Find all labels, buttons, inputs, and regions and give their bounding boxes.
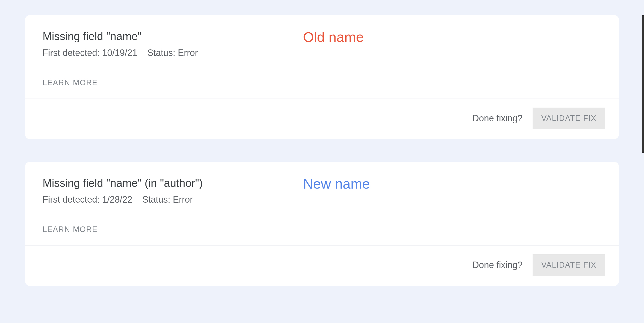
annotation-new-name: New name — [303, 176, 370, 192]
status-label: Status: — [147, 48, 175, 58]
card-footer: Done fixing? VALIDATE FIX — [25, 99, 619, 139]
status: Status: Error — [147, 48, 198, 58]
first-detected-value: 1/28/22 — [102, 194, 132, 205]
learn-more-link[interactable]: LEARN MORE — [43, 78, 98, 87]
error-meta: First detected: 10/19/21 Status: Error — [43, 48, 601, 58]
first-detected-label: First detected: — [43, 48, 100, 58]
card-footer: Done fixing? VALIDATE FIX — [25, 246, 619, 286]
first-detected-label: First detected: — [43, 194, 100, 205]
status-label: Status: — [142, 194, 170, 205]
scrollbar[interactable] — [642, 15, 644, 153]
card-header: Missing field "name" (in "author") First… — [25, 162, 619, 245]
card-header: Missing field "name" First detected: 10/… — [25, 15, 619, 99]
validate-fix-button[interactable]: VALIDATE FIX — [533, 108, 605, 129]
status: Status: Error — [142, 194, 193, 205]
learn-more-link[interactable]: LEARN MORE — [43, 225, 98, 234]
error-card: Missing field "name" (in "author") First… — [25, 162, 619, 286]
validate-fix-button[interactable]: VALIDATE FIX — [533, 254, 605, 276]
first-detected: First detected: 10/19/21 — [43, 48, 137, 58]
first-detected-value: 10/19/21 — [102, 48, 137, 58]
error-card: Missing field "name" First detected: 10/… — [25, 15, 619, 139]
annotation-old-name: Old name — [303, 29, 364, 45]
status-value: Error — [178, 48, 198, 58]
first-detected: First detected: 1/28/22 — [43, 194, 132, 205]
error-meta: First detected: 1/28/22 Status: Error — [43, 194, 601, 205]
status-value: Error — [173, 194, 193, 205]
done-fixing-label: Done fixing? — [472, 113, 523, 124]
done-fixing-label: Done fixing? — [472, 260, 523, 270]
